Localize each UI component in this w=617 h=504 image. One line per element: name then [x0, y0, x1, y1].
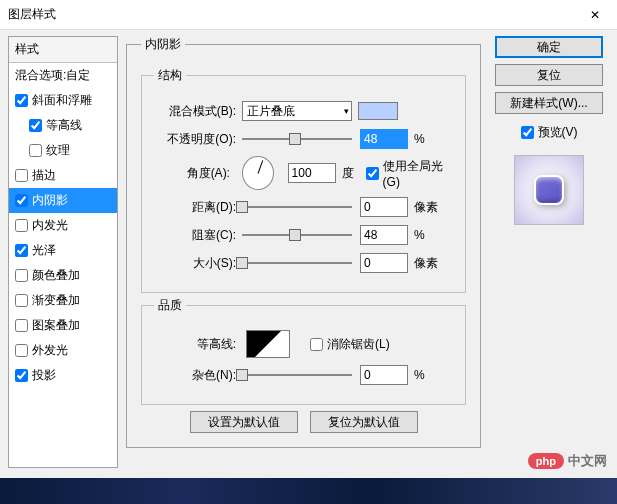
watermark-badge: php: [528, 453, 564, 469]
noise-label: 杂色(N):: [154, 367, 242, 384]
style-item[interactable]: 斜面和浮雕: [9, 88, 117, 113]
style-checkbox[interactable]: [15, 219, 28, 232]
size-input[interactable]: [360, 253, 408, 273]
style-checkbox[interactable]: [15, 294, 28, 307]
angle-dial[interactable]: [242, 156, 274, 190]
style-item[interactable]: 内发光: [9, 213, 117, 238]
preview-thumbnail: [514, 155, 584, 225]
style-label: 等高线: [46, 117, 82, 134]
blend-mode-select[interactable]: 正片叠底 ▾: [242, 101, 352, 121]
ok-button[interactable]: 确定: [495, 36, 603, 58]
opacity-unit: %: [414, 132, 425, 146]
style-checkbox[interactable]: [29, 144, 42, 157]
noise-slider[interactable]: [242, 368, 352, 382]
style-checkbox[interactable]: [15, 369, 28, 382]
style-label: 描边: [32, 167, 56, 184]
style-item[interactable]: 图案叠加: [9, 313, 117, 338]
opacity-input[interactable]: [360, 129, 408, 149]
style-item[interactable]: 渐变叠加: [9, 288, 117, 313]
titlebar: 图层样式 ✕: [0, 0, 617, 30]
reset-default-button[interactable]: 复位为默认值: [310, 411, 418, 433]
blend-mode-row: 混合模式(B): 正片叠底 ▾: [154, 100, 453, 122]
panel-title: 内阴影: [141, 36, 185, 53]
window-title: 图层样式: [8, 6, 56, 23]
style-checkbox[interactable]: [15, 244, 28, 257]
angle-label: 角度(A):: [154, 165, 236, 182]
dialog-body: 样式 混合选项:自定 斜面和浮雕等高线纹理描边内阴影内发光光泽颜色叠加渐变叠加图…: [0, 30, 617, 474]
style-item[interactable]: 光泽: [9, 238, 117, 263]
blend-mode-label: 混合模式(B):: [154, 103, 242, 120]
style-item[interactable]: 投影: [9, 363, 117, 388]
noise-unit: %: [414, 368, 425, 382]
style-item[interactable]: 内阴影: [9, 188, 117, 213]
taskbar: [0, 478, 617, 504]
set-default-button[interactable]: 设置为默认值: [190, 411, 298, 433]
style-checkbox[interactable]: [15, 319, 28, 332]
distance-slider[interactable]: [242, 200, 352, 214]
style-label: 渐变叠加: [32, 292, 80, 309]
blend-options-item[interactable]: 混合选项:自定: [9, 63, 117, 88]
style-checkbox[interactable]: [15, 344, 28, 357]
choke-slider[interactable]: [242, 228, 352, 242]
style-checkbox[interactable]: [15, 169, 28, 182]
style-checkbox[interactable]: [15, 94, 28, 107]
style-checkbox[interactable]: [15, 194, 28, 207]
choke-label: 阻塞(C):: [154, 227, 242, 244]
distance-input[interactable]: [360, 197, 408, 217]
reset-button[interactable]: 复位: [495, 64, 603, 86]
styles-list: 样式 混合选项:自定 斜面和浮雕等高线纹理描边内阴影内发光光泽颜色叠加渐变叠加图…: [8, 36, 118, 468]
style-label: 外发光: [32, 342, 68, 359]
size-label: 大小(S):: [154, 255, 242, 272]
style-item[interactable]: 颜色叠加: [9, 263, 117, 288]
size-row: 大小(S): 像素: [154, 252, 453, 274]
choke-row: 阻塞(C): %: [154, 224, 453, 246]
default-buttons-row: 设置为默认值 复位为默认值: [141, 411, 466, 433]
style-label: 纹理: [46, 142, 70, 159]
opacity-row: 不透明度(O): %: [154, 128, 453, 150]
opacity-label: 不透明度(O):: [154, 131, 242, 148]
shadow-color-swatch[interactable]: [358, 102, 398, 120]
preview-shape-icon: [534, 175, 564, 205]
noise-input[interactable]: [360, 365, 408, 385]
right-panel: 确定 复位 新建样式(W)... 预览(V): [489, 36, 609, 468]
new-style-button[interactable]: 新建样式(W)...: [495, 92, 603, 114]
quality-group: 品质 等高线: 消除锯齿(L) 杂色(N): %: [141, 297, 466, 405]
global-light-checkbox[interactable]: 使用全局光(G): [366, 158, 453, 189]
style-checkbox[interactable]: [29, 119, 42, 132]
distance-label: 距离(D):: [154, 199, 242, 216]
antialias-checkbox[interactable]: 消除锯齿(L): [310, 336, 390, 353]
watermark: php 中文网: [528, 452, 607, 470]
structure-group: 结构 混合模式(B): 正片叠底 ▾ 不透明度(O): % 角度(: [141, 67, 466, 293]
style-item[interactable]: 纹理: [9, 138, 117, 163]
style-label: 内发光: [32, 217, 68, 234]
preview-checkbox[interactable]: 预览(V): [521, 124, 578, 141]
distance-unit: 像素: [414, 199, 438, 216]
quality-legend: 品质: [154, 297, 186, 314]
noise-row: 杂色(N): %: [154, 364, 453, 386]
size-unit: 像素: [414, 255, 438, 272]
opacity-slider[interactable]: [242, 132, 352, 146]
size-slider[interactable]: [242, 256, 352, 270]
choke-input[interactable]: [360, 225, 408, 245]
style-label: 光泽: [32, 242, 56, 259]
center-panel: 内阴影 结构 混合模式(B): 正片叠底 ▾ 不透明度(O): %: [126, 36, 481, 468]
style-label: 斜面和浮雕: [32, 92, 92, 109]
style-item[interactable]: 外发光: [9, 338, 117, 363]
angle-unit: 度: [342, 165, 354, 182]
close-button[interactable]: ✕: [572, 0, 617, 30]
style-checkbox[interactable]: [15, 269, 28, 282]
choke-unit: %: [414, 228, 425, 242]
style-label: 内阴影: [32, 192, 68, 209]
style-label: 图案叠加: [32, 317, 80, 334]
chevron-down-icon: ▾: [344, 106, 349, 116]
style-item[interactable]: 描边: [9, 163, 117, 188]
angle-row: 角度(A): 度 使用全局光(G): [154, 156, 453, 190]
inner-shadow-group: 内阴影 结构 混合模式(B): 正片叠底 ▾ 不透明度(O): %: [126, 36, 481, 448]
style-label: 投影: [32, 367, 56, 384]
styles-header: 样式: [9, 37, 117, 63]
angle-input[interactable]: [288, 163, 336, 183]
style-item[interactable]: 等高线: [9, 113, 117, 138]
contour-picker[interactable]: [246, 330, 290, 358]
structure-legend: 结构: [154, 67, 186, 84]
close-icon: ✕: [590, 8, 600, 22]
